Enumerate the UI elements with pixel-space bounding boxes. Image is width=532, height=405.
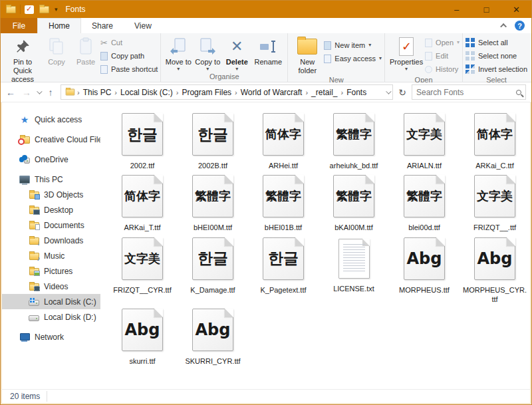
font-file-icon: 한글 bbox=[122, 113, 163, 156]
sidebar-item-local-disk-d[interactable]: Local Disk (D:) bbox=[2, 309, 100, 325]
file-item[interactable]: 繁體字bKAI00M.ttf bbox=[319, 175, 389, 232]
close-button[interactable]: ✕ bbox=[501, 1, 531, 18]
copy-to-icon bbox=[198, 36, 217, 57]
qat-customize-caret-icon[interactable]: ▾ bbox=[55, 7, 58, 13]
properties-check-icon bbox=[399, 37, 414, 56]
easy-access-button[interactable]: Easy access ▾ bbox=[324, 53, 382, 65]
breadcrumb-segment[interactable]: Fonts bbox=[344, 88, 369, 97]
file-item[interactable]: AbgMORPHEUS.ttf bbox=[389, 237, 460, 305]
file-item[interactable]: 繁體字blei00d.ttf bbox=[389, 175, 460, 232]
new-folder-button[interactable]: New folder bbox=[291, 35, 324, 75]
font-file-icon: 繁體字 bbox=[333, 113, 374, 156]
tab-share[interactable]: Share bbox=[81, 18, 124, 33]
paste-shortcut-button[interactable]: Paste shortcut bbox=[100, 63, 158, 75]
file-item[interactable]: 文字美FRIZQT__.ttf bbox=[460, 175, 530, 232]
file-item[interactable]: 繁體字bHEI00M.ttf bbox=[178, 175, 248, 232]
new-item-button[interactable]: New item ▾ bbox=[324, 39, 382, 51]
text-file-icon bbox=[338, 239, 370, 279]
address-dropdown-icon[interactable] bbox=[386, 88, 391, 94]
file-item[interactable]: 简体字ARKai_T.ttf bbox=[107, 175, 178, 232]
file-item[interactable]: 简体字ARHei.ttf bbox=[248, 113, 319, 170]
forward-icon[interactable]: → bbox=[21, 87, 33, 98]
properties-button[interactable]: Properties ▾ bbox=[388, 35, 425, 72]
font-file-icon: 한글 bbox=[192, 113, 233, 156]
select-none-button[interactable]: Select none bbox=[466, 50, 527, 62]
copy-button[interactable]: Copy bbox=[42, 35, 71, 67]
breadcrumb-segment[interactable]: _retail_ bbox=[309, 88, 340, 97]
dropdown-caret-icon: ▾ bbox=[405, 67, 408, 72]
breadcrumb-segment[interactable]: This PC bbox=[80, 88, 114, 97]
sidebar-item-pictures[interactable]: Pictures bbox=[2, 263, 100, 279]
file-name: bHEI01B.ttf bbox=[265, 223, 302, 232]
dropdown-caret-icon: ▾ bbox=[457, 40, 460, 45]
file-item[interactable]: LICENSE.txt bbox=[319, 237, 389, 305]
breadcrumb-segment[interactable]: World of Warcraft bbox=[238, 88, 305, 97]
file-item[interactable]: 한글K_Pagetext.ttf bbox=[248, 237, 319, 305]
breadcrumb[interactable]: ›This PC›Local Disk (C:)›Program Files›W… bbox=[61, 84, 393, 100]
search-icon[interactable] bbox=[516, 90, 521, 95]
file-item[interactable]: 繁體字arheiuhk_bd.ttf bbox=[319, 113, 389, 170]
edit-button[interactable]: Edit bbox=[425, 50, 460, 62]
status-bar: 20 items bbox=[1, 389, 531, 404]
tab-file[interactable]: File bbox=[1, 18, 37, 33]
move-to-button[interactable]: Move to ▾ bbox=[164, 35, 193, 72]
file-item[interactable]: 한글2002.ttf bbox=[107, 113, 178, 170]
invert-selection-button[interactable]: Invert selection bbox=[466, 63, 527, 75]
file-item[interactable]: 한글K_Damage.ttf bbox=[178, 237, 248, 305]
back-icon[interactable]: ← bbox=[5, 87, 17, 98]
invert-selection-icon bbox=[466, 65, 475, 74]
file-name: bHEI00M.ttf bbox=[194, 223, 232, 232]
history-dropdown-icon[interactable] bbox=[37, 88, 42, 94]
sidebar-item-label: 3D Objects bbox=[44, 190, 83, 200]
qat-properties-icon[interactable] bbox=[25, 5, 34, 14]
sidebar-item-label: Creative Cloud Files bbox=[35, 135, 100, 144]
file-item[interactable]: 文字美ARIALN.ttf bbox=[389, 113, 460, 170]
maximize-button[interactable]: □ bbox=[471, 1, 501, 18]
breadcrumb-segment[interactable]: Local Disk (C:) bbox=[118, 88, 176, 97]
sidebar-item-videos[interactable]: Videos bbox=[2, 279, 100, 294]
rename-button[interactable]: Rename bbox=[251, 35, 285, 67]
delete-button[interactable]: ✕ Delete ▾ bbox=[222, 35, 251, 72]
copy-path-button[interactable]: Copy path bbox=[100, 50, 158, 62]
sidebar-item-local-disk-c[interactable]: Local Disk (C:) bbox=[2, 294, 100, 309]
sidebar-item-documents[interactable]: Documents bbox=[2, 217, 100, 233]
file-item[interactable]: 繁體字bHEI01B.ttf bbox=[248, 175, 319, 232]
sidebar-item-quick-access[interactable]: Quick access bbox=[2, 112, 100, 127]
minimize-ribbon-icon[interactable] bbox=[500, 23, 507, 30]
file-item[interactable]: 文字美FRIZQT__CYR.ttf bbox=[107, 237, 178, 305]
file-item[interactable]: 简体字ARKai_C.ttf bbox=[460, 113, 530, 170]
sidebar-item-network[interactable]: Network bbox=[2, 329, 100, 344]
file-item[interactable]: 한글2002B.ttf bbox=[178, 113, 248, 170]
scissors-icon: ✂ bbox=[100, 38, 108, 48]
sidebar-item-onedrive[interactable]: OneDrive bbox=[2, 152, 100, 167]
tab-home[interactable]: Home bbox=[37, 18, 81, 33]
file-item[interactable]: AbgSKURRI_CYR.ttf bbox=[178, 309, 248, 366]
select-all-button[interactable]: Select all bbox=[466, 37, 527, 49]
sidebar-item-3d-objects[interactable]: 3D Objects bbox=[2, 187, 100, 202]
file-item[interactable]: AbgMORPHEUS_CYR.ttf bbox=[460, 237, 530, 305]
sidebar-item-downloads[interactable]: Downloads bbox=[2, 233, 100, 248]
sidebar-item-creative-cloud-files[interactable]: Creative Cloud Files bbox=[2, 132, 100, 147]
sidebar-item-label: Videos bbox=[44, 282, 68, 291]
tab-view[interactable]: View bbox=[124, 18, 162, 33]
search-input[interactable] bbox=[416, 88, 512, 97]
history-button[interactable]: History bbox=[425, 63, 460, 75]
sidebar-item-this-pc[interactable]: This PC bbox=[2, 172, 100, 187]
up-icon[interactable]: ↑ bbox=[45, 87, 57, 98]
sidebar-item-music[interactable]: Music bbox=[2, 248, 100, 263]
cut-button[interactable]: ✂ Cut bbox=[100, 37, 158, 49]
paste-button[interactable]: Paste bbox=[71, 35, 100, 67]
qat-new-folder-icon[interactable] bbox=[39, 6, 49, 13]
search-box bbox=[412, 84, 526, 100]
open-button[interactable]: Open ▾ bbox=[425, 37, 460, 49]
copy-to-button[interactable]: Copy to ▾ bbox=[193, 35, 222, 72]
help-icon[interactable]: ? bbox=[515, 21, 525, 31]
refresh-icon[interactable]: ↻ bbox=[397, 87, 408, 98]
pin-to-quick-access-button[interactable]: Pin to Quick access bbox=[3, 35, 42, 84]
window-folder-icon[interactable] bbox=[6, 6, 16, 13]
ribbon: Pin to Quick access Copy Paste ✂ bbox=[1, 33, 531, 82]
breadcrumb-segment[interactable]: Program Files bbox=[179, 88, 234, 97]
sidebar-item-desktop[interactable]: Desktop bbox=[2, 202, 100, 217]
file-item[interactable]: Abgskurri.ttf bbox=[107, 309, 178, 366]
minimize-button[interactable]: – bbox=[442, 1, 471, 18]
